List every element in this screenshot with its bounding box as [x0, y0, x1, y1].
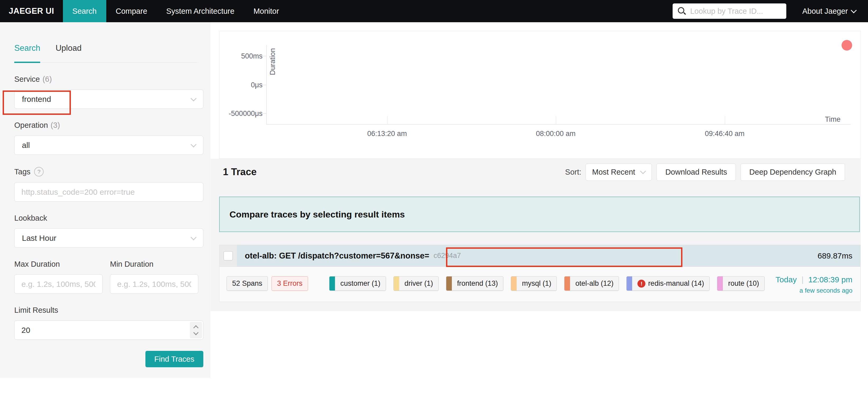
trace-data-point[interactable]: [842, 40, 852, 51]
service-tag-otel-alb: otel-alb (12): [564, 276, 619, 291]
service-tag-label: driver (1): [399, 277, 438, 290]
x-axis-line: [266, 124, 850, 124]
operation-value: all: [22, 141, 30, 150]
service-tag-redis-manual: ! redis-manual (14): [626, 276, 710, 291]
service-tag-label: frontend (13): [452, 277, 503, 290]
limit-results-input[interactable]: [14, 320, 203, 340]
trace-result-details: 52 Spans 3 Errors customer (1) driver (1…: [219, 267, 860, 302]
service-color-bar: [394, 277, 399, 290]
search-icon: [678, 7, 686, 15]
x-tick-label: 06:13:20 am: [347, 130, 427, 138]
y-tick-label: 500ms: [220, 52, 262, 60]
tags-group: Tags ?: [14, 167, 203, 202]
y-tick-label: 0μs: [220, 81, 262, 89]
lookback-select[interactable]: Last Hour: [14, 228, 203, 248]
trace-title: otel-alb: GET /dispatch?customer=567&non…: [245, 251, 429, 261]
chevron-down-icon[interactable]: [193, 330, 198, 335]
service-color-bar: [627, 277, 632, 290]
service-tag-route: route (10): [717, 276, 765, 291]
deep-dependency-graph-button[interactable]: Deep Dependency Graph: [741, 164, 845, 181]
x-tick-mark: [387, 116, 388, 124]
x-tick-label: 08:00:00 am: [516, 130, 595, 138]
operation-select[interactable]: all: [14, 136, 203, 155]
service-value: frontend: [22, 95, 51, 104]
service-label: Service: [14, 75, 40, 84]
trace-id: c6294a7: [434, 252, 461, 260]
sort-label: Sort:: [565, 168, 581, 176]
lookback-label: Lookback: [14, 214, 47, 223]
chevron-down-icon: [191, 95, 197, 101]
tab-search[interactable]: Search: [14, 44, 40, 62]
chevron-down-icon: [191, 234, 197, 240]
service-tag-customer: customer (1): [329, 276, 386, 291]
results-header: 1 Trace Sort: Most Recent Download Resul…: [211, 159, 861, 185]
trace-lookup-box[interactable]: [673, 3, 786, 19]
app-logo: JAEGER UI: [0, 0, 63, 22]
service-tag-label: ! redis-manual (14): [632, 277, 709, 290]
min-duration-group: Min Duration: [110, 260, 198, 294]
number-stepper[interactable]: [190, 322, 202, 338]
min-duration-label: Min Duration: [110, 260, 153, 268]
service-count: (6): [42, 75, 52, 84]
trace-duration: 689.87ms: [817, 251, 852, 260]
trace-select-checkbox[interactable]: [223, 251, 233, 261]
nav-tab-monitor[interactable]: Monitor: [244, 0, 289, 22]
limit-results-group: Limit Results: [14, 306, 203, 340]
service-color-bar: [330, 277, 335, 290]
compare-banner: Compare traces by selecting result items: [219, 197, 860, 232]
nav-tab-compare[interactable]: Compare: [106, 0, 157, 22]
trace-result-card: otel-alb: GET /dispatch?customer=567&non…: [219, 245, 861, 302]
timestamp-divider: |: [801, 275, 804, 284]
service-tag-label: otel-alb (12): [570, 277, 619, 290]
main-content: Duration 500ms 0μs -500000μs 06:13:20 am…: [211, 22, 868, 399]
help-icon[interactable]: ?: [34, 167, 43, 176]
error-icon: !: [638, 280, 645, 288]
service-group: Service (6) frontend: [14, 75, 203, 109]
tab-upload[interactable]: Upload: [56, 44, 82, 62]
operation-label: Operation: [14, 121, 48, 130]
y-axis-line: [266, 45, 267, 124]
limit-results-label: Limit Results: [14, 306, 58, 315]
trace-title-link[interactable]: otel-alb: GET /dispatch?customer=567&non…: [237, 245, 860, 266]
trace-result-header[interactable]: otel-alb: GET /dispatch?customer=567&non…: [219, 245, 860, 267]
about-jaeger-label: About Jaeger: [802, 0, 848, 22]
service-select[interactable]: frontend: [14, 89, 203, 109]
service-color-bar: [446, 277, 452, 290]
trace-time: 12:08:39 pm: [808, 275, 852, 284]
nav-spacer: [288, 0, 673, 22]
max-duration-group: Max Duration: [14, 260, 102, 294]
max-duration-input[interactable]: [14, 275, 102, 294]
nav-tab-search[interactable]: Search: [63, 0, 106, 22]
service-tag-driver: driver (1): [394, 276, 439, 291]
service-color-bar: [511, 277, 517, 290]
service-tag-mysql: mysql (1): [511, 276, 557, 291]
sort-select[interactable]: Most Recent: [586, 164, 652, 181]
trace-date: Today: [775, 275, 797, 284]
chevron-up-icon[interactable]: [193, 325, 198, 331]
about-jaeger-menu[interactable]: About Jaeger: [802, 0, 856, 22]
spans-badge: 52 Spans: [226, 276, 268, 291]
min-duration-input[interactable]: [110, 275, 198, 294]
x-axis-label: Time: [825, 115, 840, 123]
errors-badge: 3 Errors: [272, 276, 308, 291]
chevron-down-icon: [640, 168, 646, 174]
find-traces-button[interactable]: Find Traces: [146, 351, 204, 367]
lookback-group: Lookback Last Hour: [14, 214, 203, 248]
trace-lookup-input[interactable]: [689, 7, 778, 16]
nav-tab-system-architecture[interactable]: System Architecture: [157, 0, 244, 22]
service-tag-label: mysql (1): [517, 277, 557, 290]
x-tick-mark: [725, 116, 725, 124]
trace-timestamp: Today | 12:08:39 pm a few seconds ago: [775, 275, 852, 294]
search-results-section: 1 Trace Sort: Most Recent Download Resul…: [211, 159, 861, 311]
service-color-bar: [717, 277, 723, 290]
top-navbar: JAEGER UI Search Compare System Architec…: [0, 0, 868, 22]
max-duration-label: Max Duration: [14, 260, 60, 268]
download-results-button[interactable]: Download Results: [656, 164, 736, 181]
tags-input[interactable]: [14, 182, 203, 202]
y-axis-label: Duration: [269, 48, 277, 75]
x-tick-mark: [556, 116, 556, 124]
duration-scatterplot: Duration 500ms 0μs -500000μs 06:13:20 am…: [219, 31, 861, 159]
y-tick-label: -500000μs: [220, 110, 262, 118]
trace-count: 1 Trace: [223, 166, 257, 177]
operation-group: Operation (3) all: [14, 121, 203, 155]
